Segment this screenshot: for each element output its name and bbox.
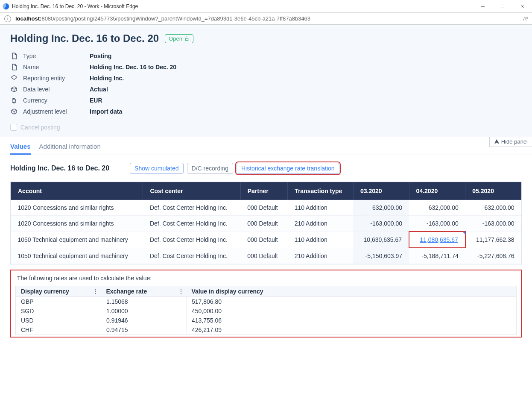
meta-label: Reporting entity xyxy=(23,75,87,82)
cell-period-2[interactable]: 11,080,635.67 xyxy=(409,232,465,248)
collapse-icon: ⮝ xyxy=(494,138,500,145)
rates-table: Display currency ⋮ Exchange rate ⋮ Value… xyxy=(15,286,517,335)
kebab-icon[interactable]: ⋮ xyxy=(178,288,184,295)
cell-costcenter: Def. Cost Center Holding Inc. xyxy=(143,248,240,264)
rates-cell-val: 413,755.06 xyxy=(187,316,517,325)
cell-period-2: 632,000.00 xyxy=(409,200,465,216)
app-icon xyxy=(3,3,9,10)
meta-value: Actual xyxy=(90,86,522,93)
rates-row[interactable]: GBP1.15068517,806.80 xyxy=(16,297,517,307)
col-value-display-currency[interactable]: Value in display currency xyxy=(187,286,517,297)
rates-cell-val: 450,000.00 xyxy=(187,306,517,316)
meta-value: Holding Inc. Dec. 16 to Dec. 20 xyxy=(90,64,522,70)
meta-value: EUR xyxy=(90,97,522,104)
cell-period-1: -163,000.00 xyxy=(353,216,409,232)
cell-txtype: 110 Addition xyxy=(288,232,354,248)
cell-period-3: -163,000.00 xyxy=(465,216,521,232)
cell-account: 1020 Concessions and similar rights xyxy=(11,216,143,232)
rates-cell-cur: CHF xyxy=(16,325,101,335)
window-title: Holding Inc. Dec. 16 to Dec. 20 - Work -… xyxy=(12,3,138,9)
currency-icon xyxy=(10,97,18,104)
cell-txtype: 210 Addition xyxy=(288,248,354,264)
page-scroll-area: Holding Inc. Dec. 16 to Dec. 20 Open Typ… xyxy=(0,25,532,411)
cell-txtype: 210 Addition xyxy=(288,216,354,232)
cell-partner: 000 Default xyxy=(240,232,287,248)
address-bar: i localhost:8080/posting/posting/2457735… xyxy=(0,13,532,25)
rates-cell-cur: GBP xyxy=(16,297,101,307)
table-row[interactable]: 1020 Concessions and similar rightsDef. … xyxy=(11,200,521,216)
sub-toolbar: Holding Inc. Dec. 16 to Dec. 20 Show cum… xyxy=(0,155,532,182)
posting-table-wrap: Account Cost center Partner Transaction … xyxy=(10,182,522,264)
cell-account: 1050 Technical equipment and machinery xyxy=(11,248,143,264)
rates-cell-cur: SGD xyxy=(16,306,101,316)
rates-cell-rate: 0.91946 xyxy=(101,316,187,325)
document-icon xyxy=(10,63,18,71)
table-row[interactable]: 1050 Technical equipment and machineryDe… xyxy=(11,248,521,264)
hide-panel-button[interactable]: ⮝ Hide panel xyxy=(489,137,532,147)
read-aloud-icon[interactable]: A⁾⁾ xyxy=(523,16,528,22)
table-row[interactable]: 1050 Technical equipment and machineryDe… xyxy=(11,232,521,248)
section-title: Holding Inc. Dec. 16 to Dec. 20 xyxy=(10,164,109,172)
tab-additional-info[interactable]: Additional information xyxy=(39,143,101,155)
rates-cell-cur: USD xyxy=(16,316,101,325)
body-area: ⮝ Hide panel Values Additional informati… xyxy=(0,137,532,411)
cell-costcenter: Def. Cost Center Holding Inc. xyxy=(143,232,240,248)
address-url[interactable]: localhost:8080/posting/posting/2457735/p… xyxy=(15,15,519,22)
value-link[interactable]: 11,080,635.67 xyxy=(420,236,458,243)
posting-table: Account Cost center Partner Transaction … xyxy=(11,182,521,264)
cell-partner: 000 Default xyxy=(240,248,287,264)
col-partner[interactable]: Partner xyxy=(240,182,287,200)
rates-cell-val: 517,806.80 xyxy=(187,297,517,307)
cell-partner: 000 Default xyxy=(240,200,287,216)
status-badge: Open xyxy=(165,34,193,43)
rates-row[interactable]: USD0.91946413,755.06 xyxy=(16,316,517,325)
rates-cell-rate: 0.94715 xyxy=(101,325,187,335)
cell-period-3: -5,227,608.76 xyxy=(465,248,521,264)
cancel-posting-label: Cancel posting xyxy=(20,124,60,131)
col-costcenter[interactable]: Cost center xyxy=(143,182,240,200)
cancel-posting-row: Cancel posting xyxy=(10,115,522,137)
rates-row[interactable]: SGD1.00000450,000.00 xyxy=(16,306,517,316)
cell-period-2: -163,000.00 xyxy=(409,216,465,232)
site-info-icon[interactable]: i xyxy=(4,15,11,22)
meta-value: Holding Inc. xyxy=(90,75,522,82)
cell-partner: 000 Default xyxy=(240,216,287,232)
metadata-grid: Type Posting Name Holding Inc. Dec. 16 t… xyxy=(10,52,522,115)
cell-period-3: 11,177,662.38 xyxy=(465,232,521,248)
window-title-bar: Holding Inc. Dec. 16 to Dec. 20 - Work -… xyxy=(0,0,532,13)
col-transaction-type[interactable]: Transaction type xyxy=(288,182,354,200)
window-maximize-button[interactable] xyxy=(493,0,512,13)
rates-caption: The following rates are used to calculat… xyxy=(15,275,517,282)
kebab-icon[interactable]: ⋮ xyxy=(93,288,99,295)
rates-row[interactable]: CHF0.94715426,217.09 xyxy=(16,325,517,335)
unlock-icon xyxy=(184,36,190,41)
page-title: Holding Inc. Dec. 16 to Dec. 20 Open xyxy=(10,32,522,44)
cell-period-3: 632,000.00 xyxy=(465,200,521,216)
svg-rect-0 xyxy=(501,5,504,8)
meta-value: Posting xyxy=(90,53,522,59)
col-display-currency[interactable]: Display currency ⋮ xyxy=(16,286,101,297)
cell-period-1: -5,150,603.97 xyxy=(353,248,409,264)
rates-cell-val: 426,217.09 xyxy=(187,325,517,335)
rates-cell-rate: 1.00000 xyxy=(101,306,187,316)
col-period-2[interactable]: 04.2020 xyxy=(409,182,465,200)
cancel-posting-checkbox[interactable] xyxy=(10,124,17,131)
dc-recording-button[interactable]: D/C recording xyxy=(187,163,233,174)
col-account[interactable]: Account xyxy=(11,182,143,200)
rates-header-row: Display currency ⋮ Exchange rate ⋮ Value… xyxy=(16,286,517,297)
cell-account: 1020 Concessions and similar rights xyxy=(11,200,143,216)
show-cumulated-button[interactable]: Show cumulated xyxy=(130,163,184,174)
col-period-1[interactable]: 03.2020 xyxy=(353,182,409,200)
col-exchange-rate[interactable]: Exchange rate ⋮ xyxy=(101,286,187,297)
cube-icon xyxy=(10,85,18,93)
historical-rate-button[interactable]: Historical exchange rate translation xyxy=(237,163,339,174)
meta-value: Import data xyxy=(90,108,522,115)
meta-label: Currency xyxy=(23,97,87,104)
tab-values[interactable]: Values xyxy=(10,143,31,155)
cell-costcenter: Def. Cost Center Holding Inc. xyxy=(143,216,240,232)
window-close-button[interactable] xyxy=(512,0,532,13)
meta-label: Data level xyxy=(23,86,87,93)
table-row[interactable]: 1020 Concessions and similar rightsDef. … xyxy=(11,216,521,232)
col-period-3[interactable]: 05.2020 xyxy=(465,182,521,200)
window-minimize-button[interactable] xyxy=(473,0,493,13)
